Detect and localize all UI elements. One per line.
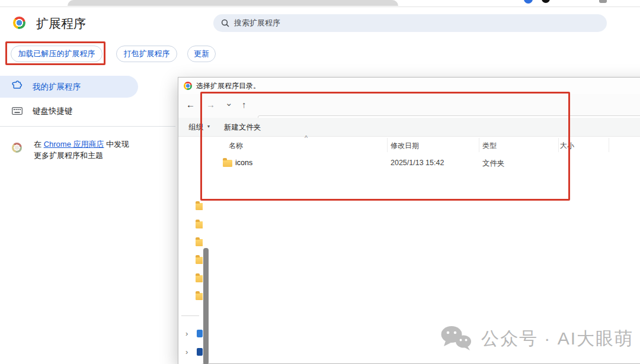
webstore-promo-text: 在 Chrome 应用商店 中发现 更多扩展程序和主题 — [34, 139, 140, 161]
update-button[interactable]: 更新 — [187, 46, 216, 62]
nav-back-icon[interactable]: ← — [186, 99, 195, 109]
sidebar-divider — [0, 126, 175, 127]
browser-top-strip — [0, 0, 640, 7]
sidebar-item-keyboard-shortcuts[interactable]: 键盘快捷键 — [33, 106, 73, 117]
webstore-text-prefix: 在 — [34, 140, 44, 149]
search-input[interactable]: 搜索扩展程序 — [213, 14, 607, 32]
profile-icon[interactable] — [542, 0, 550, 3]
quick-access-folder-icon[interactable] — [196, 293, 203, 300]
file-list-header: 名称 ^ 修改日期 类型 大小 — [203, 137, 640, 153]
tree-collapse-icon[interactable]: › — [185, 329, 188, 338]
page-title: 扩展程序 — [36, 15, 86, 32]
pack-extension-button[interactable]: 打包扩展程序 — [116, 46, 177, 62]
column-header-size[interactable]: 大小 — [560, 141, 574, 151]
screen: 扩展程序 搜索扩展程序 加载已解压的扩展程序 打包扩展程序 更新 我的扩展程序 … — [0, 0, 640, 364]
tree-divider — [181, 315, 199, 316]
file-name: icons — [235, 159, 252, 167]
browser-menu-icon[interactable] — [599, 0, 607, 3]
column-divider — [558, 138, 559, 152]
webstore-link[interactable]: Chrome 应用商店 — [44, 140, 104, 149]
load-unpacked-button[interactable]: 加载已解压的扩展程序 — [11, 46, 103, 62]
file-row-icons[interactable]: icons 2025/1/13 15:42 文件夹 — [203, 154, 640, 171]
watermark: 公众号 · AI大眼萌 — [440, 326, 633, 352]
column-header-type[interactable]: 类型 — [482, 141, 497, 151]
tree-item-icon[interactable] — [197, 348, 203, 356]
quick-access-folder-icon[interactable] — [196, 257, 203, 264]
column-header-date-modified[interactable]: 修改日期 — [391, 141, 419, 151]
keyboard-icon — [12, 107, 23, 115]
dialog-toolbar: 组织 ▾ 新建文件夹 — [178, 118, 640, 137]
new-folder-button[interactable]: 新建文件夹 — [224, 123, 261, 133]
tree-item-icon[interactable] — [197, 330, 203, 337]
organize-button[interactable]: 组织 — [188, 123, 203, 133]
watermark-text: 公众号 · AI大眼萌 — [481, 327, 633, 351]
quick-access-folder-icon[interactable] — [196, 239, 203, 246]
quick-access-folder-icon[interactable] — [196, 203, 203, 210]
search-placeholder: 搜索扩展程序 — [234, 18, 280, 28]
sidebar-item-my-extensions-label: 我的扩展程序 — [33, 82, 81, 92]
column-divider — [479, 138, 479, 152]
column-divider — [609, 138, 609, 152]
column-divider — [387, 138, 388, 152]
organize-caret-icon: ▾ — [207, 124, 210, 129]
omnibox-remnant — [68, 0, 398, 6]
dialog-tree-panel: › › ⌄ › › › — [178, 137, 203, 364]
nav-up-icon[interactable]: ↑ — [242, 99, 247, 109]
avatar-icon[interactable] — [524, 0, 533, 4]
file-type: 文件夹 — [482, 159, 505, 169]
search-icon — [221, 19, 229, 27]
wechat-icon — [440, 326, 473, 352]
chrome-logo-icon — [13, 17, 25, 29]
extension-puzzle-icon — [12, 80, 23, 91]
file-date-modified: 2025/1/13 15:42 — [391, 159, 444, 167]
folder-icon — [223, 160, 232, 167]
quick-access-folder-icon[interactable] — [196, 221, 203, 228]
webstore-icon — [12, 143, 22, 153]
quick-access-folder-icon[interactable] — [196, 275, 203, 282]
tree-scrollbar[interactable] — [203, 248, 209, 364]
nav-forward-icon[interactable]: → — [206, 99, 215, 109]
column-header-name[interactable]: 名称 — [229, 141, 243, 151]
nav-recent-dropdown-icon[interactable]: ⌄ — [225, 98, 233, 108]
dialog-nav-bar: ← → ⌄ ↑ › 此电脑 › 学习 (F:) › cursor › chrom… — [178, 94, 640, 118]
tree-collapse-icon[interactable]: › — [185, 347, 188, 356]
webstore-text-line2: 更多扩展程序和主题 — [34, 151, 103, 160]
dialog-title: 选择扩展程序目录。 — [196, 81, 260, 91]
file-picker-dialog: 选择扩展程序目录。 ← → ⌄ ↑ › 此电脑 › 学习 (F:) › curs… — [178, 77, 640, 364]
dialog-titlebar[interactable]: 选择扩展程序目录。 — [178, 78, 640, 94]
sort-ascending-icon: ^ — [305, 134, 308, 141]
webstore-text-suffix: 中发现 — [104, 140, 129, 149]
dialog-chrome-icon — [184, 82, 192, 90]
